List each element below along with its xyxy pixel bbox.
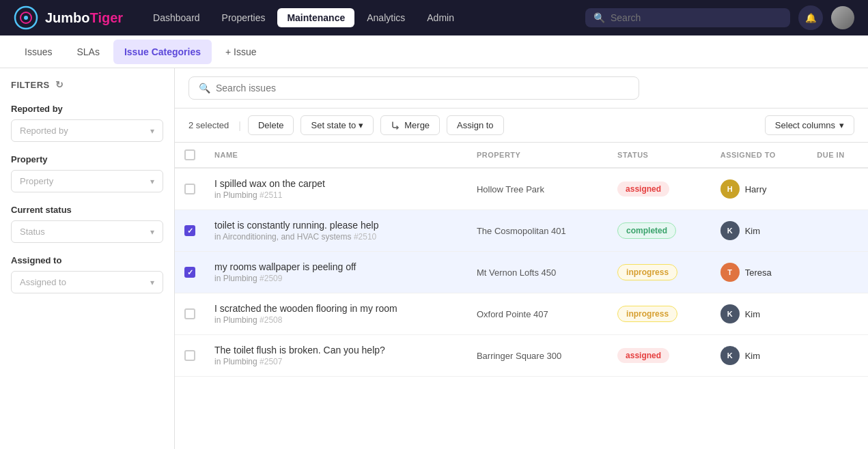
chevron-down-icon: ▾: [359, 120, 363, 130]
select-all-checkbox[interactable]: [184, 149, 195, 160]
issue-property: The Cosmopolitan 401: [477, 226, 566, 236]
row-status-cell: inprogress: [608, 293, 711, 335]
row-checkbox[interactable]: [184, 184, 195, 194]
select-columns-button[interactable]: Select columns ▾: [765, 115, 854, 135]
logo[interactable]: JumboTiger: [14, 5, 123, 30]
status-badge: completed: [617, 222, 676, 239]
row-checkbox-cell: [175, 210, 205, 252]
issue-meta: in Plumbing #2508: [214, 315, 458, 325]
toolbar-divider: |: [238, 120, 241, 131]
filter-reported-by-select[interactable]: Reported by ▾: [11, 119, 163, 142]
search-input[interactable]: [611, 12, 782, 23]
main-layout: FILTERS ↻ Reported by Reported by ▾ Prop…: [0, 68, 868, 449]
avatar[interactable]: [831, 6, 854, 29]
issue-property: Oxford Pointe 407: [477, 309, 548, 319]
assigned-user: K Kim: [720, 221, 798, 240]
merge-button[interactable]: Merge: [380, 115, 440, 135]
issue-name: I spilled wax on the carpet: [214, 178, 458, 189]
logo-text: JumboTiger: [45, 10, 123, 26]
col-status: STATUS: [608, 143, 711, 168]
delete-button[interactable]: Delete: [248, 115, 294, 135]
filter-reported-by-value: Reported by: [20, 126, 68, 136]
col-due-in: DUE IN: [807, 143, 868, 168]
search-issues-input[interactable]: [216, 83, 629, 93]
tab-issues[interactable]: Issues: [14, 40, 63, 64]
row-name-cell: The toilet flush is broken. Can you help…: [205, 335, 467, 377]
row-assignee-cell: K Kim: [711, 335, 808, 377]
svg-point-2: [24, 16, 28, 20]
row-name-cell: toilet is constantly running. please hel…: [205, 210, 467, 252]
tab-issue-categories[interactable]: Issue Categories: [113, 40, 212, 64]
filter-reported-by-label: Reported by: [11, 104, 163, 114]
assignee-avatar: K: [720, 304, 740, 323]
issue-meta: in Plumbing #2511: [214, 190, 458, 200]
row-name-cell: my rooms wallpaper is peeling off in Plu…: [205, 252, 467, 293]
nav-links: Dashboard Properties Maintenance Analyti…: [143, 8, 585, 27]
row-checkbox[interactable]: [184, 308, 195, 319]
assign-to-button[interactable]: Assign to: [447, 115, 503, 135]
filter-assigned-to-select[interactable]: Assigned to ▾: [11, 271, 163, 293]
selected-count: 2 selected: [188, 120, 229, 130]
add-issue-button[interactable]: + Issue: [214, 40, 268, 64]
chevron-down-icon: ▾: [839, 120, 844, 130]
nav-admin[interactable]: Admin: [417, 8, 464, 27]
tab-slas[interactable]: SLAs: [66, 40, 110, 64]
row-name-cell: I scratched the wooden flooring in my ro…: [205, 293, 467, 335]
filter-assigned-to-value: Assigned to: [20, 277, 66, 287]
filters-header: FILTERS ↻: [11, 79, 163, 90]
row-assignee-cell: T Teresa: [711, 252, 808, 293]
row-status-cell: assigned: [608, 335, 711, 377]
row-name-cell: I spilled wax on the carpet in Plumbing …: [205, 168, 467, 210]
col-name: NAME: [205, 143, 467, 168]
row-checkbox[interactable]: [184, 350, 195, 361]
refresh-icon[interactable]: ↻: [55, 79, 64, 90]
bell-icon: 🔔: [805, 13, 817, 23]
issue-property: Hollow Tree Park: [477, 184, 544, 194]
merge-icon: [391, 121, 400, 130]
assigned-user: K Kim: [720, 304, 798, 323]
filter-property-value: Property: [20, 176, 53, 186]
filter-assigned-to-label: Assigned to: [11, 255, 163, 265]
row-checkbox-cell: [175, 168, 205, 210]
table-row: I scratched the wooden flooring in my ro…: [175, 293, 868, 335]
row-property-cell: Barringer Square 300: [467, 335, 608, 377]
row-checkbox[interactable]: [184, 225, 195, 236]
notifications-button[interactable]: 🔔: [798, 5, 823, 30]
nav-dashboard[interactable]: Dashboard: [143, 8, 210, 27]
issue-name: The toilet flush is broken. Can you help…: [214, 345, 458, 356]
filter-reported-by: Reported by Reported by ▾: [11, 104, 163, 142]
status-badge: assigned: [617, 182, 669, 197]
assignee-avatar: K: [720, 221, 740, 240]
search-issues-icon: 🔍: [199, 83, 210, 93]
issues-search[interactable]: 🔍: [188, 76, 639, 100]
set-state-button[interactable]: Set state to ▾: [300, 115, 374, 135]
filter-status-select[interactable]: Status ▾: [11, 220, 163, 243]
col-assigned-to: ASSIGNED TO: [711, 143, 808, 168]
row-checkbox[interactable]: [184, 267, 195, 278]
filter-status-value: Status: [20, 227, 45, 237]
nav-properties[interactable]: Properties: [212, 8, 275, 27]
status-badge: inprogress: [617, 264, 677, 280]
row-status-cell: inprogress: [608, 252, 711, 293]
filters-label: FILTERS: [11, 80, 50, 90]
global-search[interactable]: 🔍: [585, 8, 790, 27]
row-due-in-cell: [807, 335, 868, 377]
top-nav: JumboTiger Dashboard Properties Maintena…: [0, 0, 868, 35]
issues-table-container: NAME PROPERTY STATUS ASSIGNED TO DUE IN …: [175, 143, 868, 449]
row-checkbox-cell: [175, 293, 205, 335]
row-assignee-cell: K Kim: [711, 293, 808, 335]
issue-name: toilet is constantly running. please hel…: [214, 220, 458, 231]
nav-maintenance[interactable]: Maintenance: [277, 8, 354, 27]
col-checkbox: [175, 143, 205, 168]
nav-analytics[interactable]: Analytics: [357, 8, 415, 27]
issue-name: I scratched the wooden flooring in my ro…: [214, 303, 458, 314]
table-row: my rooms wallpaper is peeling off in Plu…: [175, 252, 868, 293]
row-checkbox-cell: [175, 252, 205, 293]
assignee-avatar: T: [720, 263, 740, 282]
assigned-user: T Teresa: [720, 263, 798, 282]
issue-property: Barringer Square 300: [477, 351, 561, 361]
assignee-avatar: K: [720, 346, 740, 365]
table-row: toilet is constantly running. please hel…: [175, 210, 868, 252]
issue-meta: in Airconditioning, and HVAC systems #25…: [214, 232, 458, 242]
filter-property-select[interactable]: Property ▾: [11, 170, 163, 192]
